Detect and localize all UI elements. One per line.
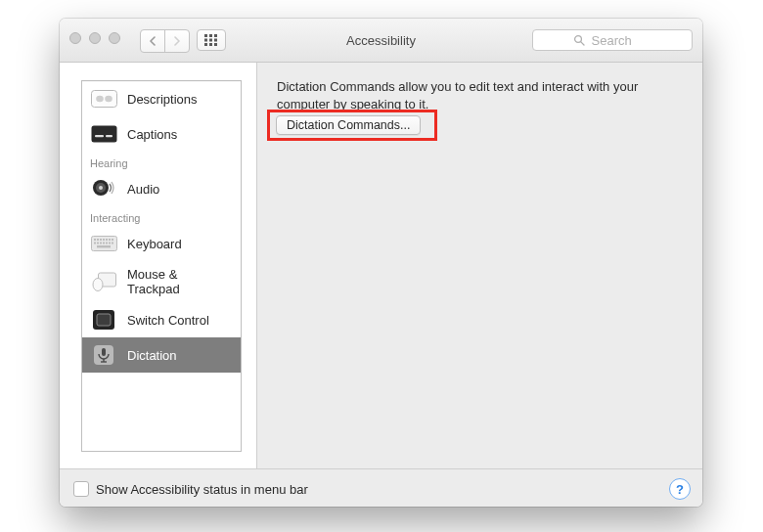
minimize-window-button[interactable]	[89, 32, 101, 44]
window-controls	[69, 32, 120, 44]
menubar-status-checkbox[interactable]	[73, 481, 89, 497]
svg-rect-1	[209, 34, 212, 37]
svg-point-19	[99, 186, 103, 190]
forward-button[interactable]	[164, 30, 189, 52]
sidebar-item-label: Keyboard	[127, 237, 182, 251]
sidebar-item-switch-control[interactable]: Switch Control	[82, 302, 241, 337]
mouse-trackpad-icon	[90, 270, 117, 293]
detail-pane: Dictation Commands allow you to edit tex…	[257, 63, 702, 468]
svg-point-12	[96, 96, 104, 102]
svg-rect-24	[103, 239, 105, 241]
sidebar-item-captions[interactable]: Captions	[82, 116, 241, 152]
svg-rect-0	[204, 34, 207, 37]
svg-rect-30	[100, 243, 102, 244]
sidebar-item-audio[interactable]: Audio	[82, 171, 241, 206]
help-button[interactable]: ?	[669, 478, 691, 500]
sidebar-item-label: Dictation	[127, 348, 177, 363]
sidebar-item-label: Mouse & Trackpad	[127, 267, 233, 296]
svg-rect-11	[91, 91, 116, 108]
svg-rect-5	[214, 39, 217, 42]
nav-back-forward	[140, 29, 190, 53]
svg-rect-29	[97, 243, 99, 244]
footer: Show Accessibility status in menu bar ?	[60, 468, 702, 507]
svg-rect-27	[112, 239, 113, 241]
zoom-window-button[interactable]	[109, 32, 120, 44]
descriptions-icon	[90, 87, 117, 111]
svg-rect-34	[112, 243, 113, 244]
menubar-status-label: Show Accessibility status in menu bar	[96, 482, 308, 497]
svg-rect-32	[106, 243, 108, 244]
svg-rect-28	[94, 243, 96, 244]
search-input[interactable]	[590, 32, 652, 49]
svg-point-37	[93, 279, 103, 291]
sidebar-item-label: Descriptions	[127, 92, 198, 107]
svg-rect-23	[100, 239, 102, 241]
sidebar-item-dictation[interactable]: Dictation	[82, 337, 241, 373]
sidebar-item-label: Switch Control	[127, 313, 209, 328]
sidebar-item-keyboard[interactable]: Keyboard	[82, 226, 241, 261]
svg-rect-2	[214, 34, 217, 37]
microphone-icon	[90, 343, 117, 367]
section-label-hearing: Hearing	[82, 152, 241, 171]
chevron-left-icon	[149, 36, 157, 46]
svg-rect-21	[94, 239, 96, 241]
grid-icon	[204, 34, 218, 46]
accessibility-preferences-window: Accessibility Descriptions	[60, 19, 702, 507]
sidebar-item-label: Captions	[127, 127, 177, 142]
sidebar-item-label: Audio	[127, 182, 159, 197]
svg-rect-7	[209, 43, 212, 46]
sidebar-item-descriptions[interactable]: Descriptions	[82, 81, 241, 116]
captions-icon	[90, 122, 117, 146]
svg-rect-35	[97, 245, 111, 247]
svg-point-13	[105, 96, 112, 102]
titlebar: Accessibility	[60, 19, 702, 63]
svg-rect-39	[97, 314, 111, 326]
show-all-button[interactable]	[197, 29, 226, 51]
window-title: Accessibility	[346, 33, 416, 48]
svg-rect-26	[109, 239, 111, 241]
svg-rect-41	[102, 348, 106, 356]
section-label-interacting: Interacting	[82, 206, 241, 226]
svg-rect-16	[106, 135, 112, 137]
body: Descriptions Captions Hearing Audio	[60, 63, 702, 468]
audio-icon	[90, 177, 117, 200]
search-field[interactable]	[532, 29, 693, 51]
svg-rect-3	[204, 39, 207, 42]
back-button[interactable]	[141, 30, 164, 52]
svg-rect-14	[91, 126, 116, 143]
close-window-button[interactable]	[69, 32, 81, 44]
sidebar-container: Descriptions Captions Hearing Audio	[60, 63, 257, 468]
category-list[interactable]: Descriptions Captions Hearing Audio	[81, 80, 242, 452]
svg-rect-6	[204, 43, 207, 46]
svg-rect-25	[106, 239, 108, 241]
dictation-description: Dictation Commands allow you to edit tex…	[277, 78, 668, 112]
svg-rect-33	[109, 243, 111, 244]
svg-rect-8	[214, 43, 217, 46]
svg-rect-4	[209, 39, 212, 42]
svg-rect-31	[103, 243, 105, 244]
search-icon	[573, 34, 585, 46]
chevron-right-icon	[173, 36, 181, 46]
svg-rect-15	[95, 135, 104, 137]
svg-line-10	[580, 42, 583, 45]
sidebar-item-mouse-trackpad[interactable]: Mouse & Trackpad	[82, 261, 241, 302]
svg-rect-22	[97, 239, 99, 241]
dictation-commands-button[interactable]: Dictation Commands...	[276, 115, 421, 135]
switch-control-icon	[90, 308, 117, 332]
keyboard-icon	[90, 232, 117, 255]
